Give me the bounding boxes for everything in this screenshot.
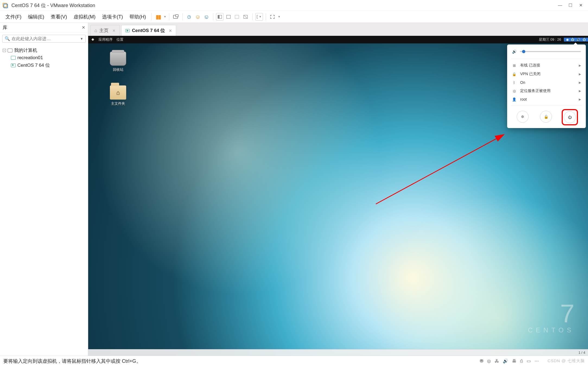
svg-line-9 xyxy=(244,15,247,18)
vm-console[interactable]: ◆ 应用程序 位置 星期三 09 : 26 ◉ ⏻ 🔊 ⏻ xyxy=(88,36,588,356)
gnome-apps-menu[interactable]: 应用程序 xyxy=(98,37,113,42)
maximize-button[interactable]: ☐ xyxy=(568,3,573,8)
snapshot-button[interactable]: ◷ xyxy=(185,13,193,21)
sysmenu-wired[interactable]: ⊞ 有线 已连接 ▶ xyxy=(507,61,586,70)
svg-text:>_: >_ xyxy=(258,15,258,18)
desktop-home-folder[interactable]: 主文件夹 xyxy=(107,85,129,106)
sysmenu-vpn[interactable]: 🔒 VPN 已关闭 ▶ xyxy=(507,70,586,78)
tree-item-recreation01[interactable]: recreation01 xyxy=(3,54,85,61)
settings-button[interactable]: ✲ xyxy=(517,111,529,123)
lock-icon: 🔒 xyxy=(544,114,548,119)
tree-root[interactable]: − 我的计算机 xyxy=(3,46,85,54)
volume-slider[interactable] xyxy=(520,51,581,52)
gnome-system-tray[interactable]: ◉ ⏻ 🔊 ⏻ xyxy=(564,38,588,42)
chevron-right-icon: ▶ xyxy=(579,89,581,93)
tree-root-label: 我的计算机 xyxy=(14,47,37,53)
revert-snapshot-button[interactable]: ◶ xyxy=(194,13,202,21)
folder-home-icon xyxy=(110,85,126,100)
menu-vm[interactable]: 虚拟机(M) xyxy=(71,12,98,21)
main-area: ⌂ 主页 ✕ CentOS 7 64 位 ✕ ◆ 应用程序 位置 xyxy=(88,23,588,356)
gnome-top-bar: ◆ 应用程序 位置 星期三 09 : 26 ◉ ⏻ 🔊 ⏻ xyxy=(88,36,588,43)
search-icon: 🔍 xyxy=(5,36,10,41)
wallpaper-brand: 7 CENTOS xyxy=(528,301,574,334)
trash-icon xyxy=(110,52,126,66)
power-icon: ⏻ xyxy=(568,115,572,119)
usb-icon[interactable]: ⎙ xyxy=(520,359,523,364)
vm-on-icon xyxy=(11,63,16,67)
power-tray-icon: ⏻ xyxy=(583,38,586,42)
tab-home-close[interactable]: ✕ xyxy=(112,28,116,33)
title-bar: CentOS 7 64 位 - VMware Workstation — ☐ ✕ xyxy=(0,0,588,11)
brand-name: CENTOS xyxy=(528,326,574,334)
sysmenu-vpn-label: VPN 已关闭 xyxy=(520,72,541,77)
tab-strip: ⌂ 主页 ✕ CentOS 7 64 位 ✕ xyxy=(88,23,588,36)
view-unity-button[interactable] xyxy=(242,13,250,21)
tab-centos-close[interactable]: ✕ xyxy=(169,28,172,33)
menu-view[interactable]: 查看(V) xyxy=(48,12,70,21)
tab-home[interactable]: ⌂ 主页 ✕ xyxy=(90,25,120,36)
console-view-button[interactable]: >_▼ xyxy=(255,13,263,21)
home-icon: ⌂ xyxy=(94,28,97,33)
activities-icon[interactable]: ◆ xyxy=(91,37,95,41)
vm-footer-bar: 1 / 4 xyxy=(88,349,588,356)
fullscreen-button[interactable] xyxy=(269,13,276,21)
search-dropdown-icon[interactable]: ▼ xyxy=(80,37,83,41)
sysmenu-location-label: 定位服务正被使用 xyxy=(520,88,551,93)
fullscreen-dropdown-icon[interactable]: ▼ xyxy=(278,15,281,18)
view-single-button[interactable] xyxy=(216,13,224,21)
settings-icon: ✲ xyxy=(521,114,524,119)
library-search-input[interactable] xyxy=(12,36,80,41)
gnome-places-menu[interactable]: 位置 xyxy=(116,37,123,42)
net-icon[interactable]: 🖧 xyxy=(495,359,499,364)
status-device-icons: ⛃ ◎ 🖧 🔊 🖶 ⎙ ▭ ⋯ CSDN @ 七维大脑 xyxy=(480,358,585,364)
volume-icon: 🔊 xyxy=(512,49,517,54)
menu-edit[interactable]: 编辑(E) xyxy=(25,12,47,21)
host-status-bar: 要将输入定向到该虚拟机，请将鼠标指针移入其中或按 Ctrl+G。 ⛃ ◎ 🖧 🔊… xyxy=(0,356,588,366)
library-close-button[interactable]: ✕ xyxy=(82,25,85,30)
svg-rect-4 xyxy=(218,15,220,18)
tab-centos[interactable]: CentOS 7 64 位 ✕ xyxy=(121,25,176,36)
vmware-logo-icon xyxy=(2,2,8,8)
menu-tabs[interactable]: 选项卡(T) xyxy=(99,12,126,21)
desktop-trash[interactable]: 回收站 xyxy=(107,52,129,72)
hdd-icon[interactable]: ⛃ xyxy=(480,358,483,364)
tree-item-centos[interactable]: CentOS 7 64 位 xyxy=(3,61,85,69)
vm-on-icon xyxy=(125,29,130,32)
cd-icon[interactable]: ◎ xyxy=(487,358,491,364)
desktop-trash-label: 回收站 xyxy=(107,67,129,72)
minimize-button[interactable]: — xyxy=(558,3,562,8)
sysmenu-user[interactable]: 👤 root ▶ xyxy=(507,95,586,103)
snapshot-manager-button[interactable]: ◵ xyxy=(203,13,210,21)
pause-vm-button[interactable]: ▮▮ xyxy=(154,13,162,21)
view-multi-button[interactable] xyxy=(233,13,241,21)
vm-off-icon xyxy=(11,56,16,60)
send-ctrl-alt-del-button[interactable] xyxy=(172,13,180,21)
svg-rect-6 xyxy=(227,15,230,18)
user-icon: 👤 xyxy=(512,97,516,101)
menu-file[interactable]: 文件(F) xyxy=(3,12,24,21)
sysmenu-bluetooth[interactable]: ᛒ On ▶ xyxy=(507,78,586,87)
display-icon[interactable]: ▭ xyxy=(527,358,531,364)
annotation-highlight: ⏻ xyxy=(563,111,576,124)
sysmenu-location[interactable]: ◎ 定位服务正被使用 ▶ xyxy=(507,87,586,95)
menu-bar: 文件(F) 编辑(E) 查看(V) 虚拟机(M) 选项卡(T) 帮助(H) ▮▮… xyxy=(0,11,588,23)
library-title: 库 xyxy=(3,24,7,31)
page-indicator: 1 / 4 xyxy=(579,351,585,355)
svg-rect-7 xyxy=(235,15,239,18)
menu-help[interactable]: 帮助(H) xyxy=(127,12,149,21)
status-hint: 要将输入定向到该虚拟机，请将鼠标指针移入其中或按 Ctrl+G。 xyxy=(3,358,141,364)
message-icon[interactable]: ⋯ xyxy=(535,358,539,364)
tree-item-label: CentOS 7 64 位 xyxy=(17,62,50,68)
power-button[interactable]: ⏻ xyxy=(564,111,576,123)
lock-button[interactable]: 🔒 xyxy=(540,111,552,123)
gnome-clock[interactable]: 星期三 09 : 26 xyxy=(539,37,561,42)
close-button[interactable]: ✕ xyxy=(578,3,583,8)
pause-dropdown-icon[interactable]: ▼ xyxy=(164,15,166,18)
view-thumbnail-button[interactable] xyxy=(225,13,232,21)
sysmenu-bt-label: On xyxy=(520,80,525,85)
library-search[interactable]: 🔍 ▼ xyxy=(2,35,86,43)
tree-collapse-icon[interactable]: − xyxy=(3,49,6,52)
printer-icon[interactable]: 🖶 xyxy=(512,359,516,364)
sound-icon[interactable]: 🔊 xyxy=(503,358,508,364)
tree-item-label: recreation01 xyxy=(17,55,43,61)
